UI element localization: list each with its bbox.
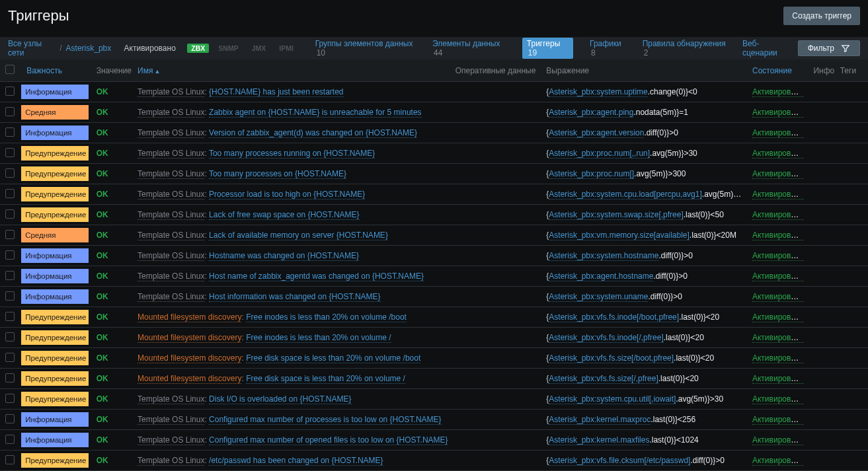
trigger-link[interactable]: Processor load is too high on {HOST.NAME…: [209, 190, 365, 199]
template-link[interactable]: Template OS Linux: [138, 231, 204, 240]
create-trigger-button[interactable]: Создать триггер: [783, 7, 860, 25]
template-link[interactable]: Template OS Linux: [138, 210, 204, 220]
expression-item-link[interactable]: Asterisk_pbx:vfs.fs.inode[/,pfree]: [549, 333, 663, 343]
expression-item-link[interactable]: Asterisk_pbx:agent.version: [549, 128, 644, 138]
state-link[interactable]: Активировано: [752, 190, 804, 199]
trigger-link[interactable]: Version of zabbix_agent(d) was changed o…: [209, 128, 417, 138]
template-link[interactable]: Template OS Linux: [138, 251, 204, 261]
state-link[interactable]: Активировано: [752, 169, 804, 179]
row-checkbox[interactable]: [5, 394, 15, 403]
filter-toggle-button[interactable]: Фильтр: [798, 40, 860, 56]
row-checkbox[interactable]: [5, 230, 15, 239]
trigger-link[interactable]: Too many processes on {HOST.NAME}: [209, 169, 346, 179]
expression-item-link[interactable]: Asterisk_pbx:vfs.fs.inode[/boot,pfree]: [549, 312, 679, 322]
state-link[interactable]: Активировано: [752, 374, 804, 384]
template-link[interactable]: Template OS Linux: [138, 108, 204, 118]
trigger-link[interactable]: Zabbix agent on {HOST.NAME} is unreachab…: [209, 108, 422, 118]
trigger-link[interactable]: Hostname was changed on {HOST.NAME}: [209, 251, 359, 261]
template-link[interactable]: Template OS Linux: [138, 435, 204, 445]
expression-item-link[interactable]: Asterisk_pbx:system.cpu.load[percpu,avg1…: [549, 190, 701, 199]
trigger-link[interactable]: {HOST.NAME} has just been restarted: [209, 87, 343, 97]
state-link[interactable]: Активировано: [752, 231, 804, 240]
trigger-link[interactable]: Free inodes is less than 20% on volume /…: [246, 312, 407, 322]
template-link[interactable]: Template OS Linux: [138, 272, 204, 281]
state-link[interactable]: Активировано: [752, 149, 804, 159]
interface-pill-zbx[interactable]: ZBX: [187, 44, 209, 53]
state-link[interactable]: Активировано: [752, 394, 804, 404]
trigger-link[interactable]: /etc/passwd has been changed on {HOST.NA…: [209, 456, 383, 466]
trigger-link[interactable]: Free disk space is less than 20% on volu…: [246, 374, 405, 384]
expression-item-link[interactable]: Asterisk_pbx:system.swap.size[,pfree]: [549, 210, 683, 220]
row-checkbox[interactable]: [5, 87, 15, 96]
state-link[interactable]: Активировано: [752, 353, 804, 363]
template-link[interactable]: Mounted filesystem discovery: [138, 353, 241, 363]
nav-graphs[interactable]: Графики 8: [590, 39, 626, 57]
trigger-link[interactable]: Too many processes running on {HOST.NAME…: [209, 149, 375, 159]
row-checkbox[interactable]: [5, 373, 15, 382]
state-link[interactable]: Активировано: [752, 87, 804, 97]
row-checkbox[interactable]: [5, 291, 15, 301]
row-checkbox[interactable]: [5, 250, 15, 260]
trigger-link[interactable]: Free inodes is less than 20% on volume /: [246, 333, 391, 343]
nav-items[interactable]: Элементы данных 44: [432, 39, 506, 57]
expression-item-link[interactable]: Asterisk_pbx:system.uname: [549, 292, 648, 302]
trigger-link[interactable]: Host information was changed on {HOST.NA…: [209, 292, 380, 302]
row-checkbox[interactable]: [5, 107, 15, 116]
row-checkbox[interactable]: [5, 312, 15, 321]
expression-item-link[interactable]: Asterisk_pbx:agent.ping: [549, 108, 633, 118]
state-link[interactable]: Активировано: [752, 108, 804, 118]
expression-item-link[interactable]: Asterisk_pbx:proc.num[,,run]: [549, 149, 650, 159]
col-state[interactable]: Состояние: [747, 59, 808, 82]
row-checkbox[interactable]: [5, 332, 15, 342]
expression-item-link[interactable]: Asterisk_pbx:system.cpu.util[,iowait]: [549, 394, 676, 404]
row-checkbox[interactable]: [5, 168, 15, 178]
template-link[interactable]: Template OS Linux: [138, 128, 204, 138]
nav-discovery[interactable]: Правила обнаружения 2: [643, 39, 727, 57]
template-link[interactable]: Mounted filesystem discovery: [138, 333, 241, 343]
template-link[interactable]: Template OS Linux: [138, 415, 204, 425]
state-link[interactable]: Активировано: [752, 210, 804, 220]
expression-item-link[interactable]: Asterisk_pbx:kernel.maxproc: [549, 415, 651, 425]
template-link[interactable]: Mounted filesystem discovery: [138, 312, 241, 322]
state-link[interactable]: Активировано: [752, 312, 804, 322]
trigger-link[interactable]: Lack of free swap space on {HOST.NAME}: [209, 210, 359, 220]
breadcrumb-host[interactable]: Asterisk_pbx: [66, 44, 112, 53]
expression-item-link[interactable]: Asterisk_pbx:system.uptime: [549, 87, 647, 97]
nav-triggers[interactable]: Триггеры 19: [522, 38, 573, 59]
template-link[interactable]: Template OS Linux: [138, 394, 204, 404]
expression-item-link[interactable]: Asterisk_pbx:vfs.fs.size[/,pfree]: [549, 374, 658, 384]
template-link[interactable]: Template OS Linux: [138, 149, 204, 159]
template-link[interactable]: Template OS Linux: [138, 190, 204, 199]
template-link[interactable]: Template OS Linux: [138, 292, 204, 302]
row-checkbox[interactable]: [5, 271, 15, 280]
state-link[interactable]: Активировано: [752, 435, 804, 445]
state-link[interactable]: Активировано: [752, 251, 804, 261]
state-link[interactable]: Активировано: [752, 456, 804, 466]
state-link[interactable]: Активировано: [752, 272, 804, 281]
nav-applications[interactable]: Группы элементов данных 10: [315, 39, 416, 57]
row-checkbox[interactable]: [5, 353, 15, 362]
expression-item-link[interactable]: Asterisk_pbx:vfs.file.cksum[/etc/passwd]: [549, 456, 690, 466]
template-link[interactable]: Template OS Linux: [138, 456, 204, 466]
row-checkbox[interactable]: [5, 455, 15, 464]
state-link[interactable]: Активировано: [752, 128, 804, 138]
trigger-link[interactable]: Free disk space is less than 20% on volu…: [246, 353, 420, 363]
trigger-link[interactable]: Disk I/O is overloaded on {HOST.NAME}: [209, 394, 351, 404]
expression-item-link[interactable]: Asterisk_pbx:agent.hostname: [549, 272, 653, 281]
trigger-link[interactable]: Lack of available memory on server {HOST…: [209, 231, 388, 240]
template-link[interactable]: Template OS Linux: [138, 87, 204, 97]
trigger-link[interactable]: Configured max number of processes is to…: [209, 415, 442, 425]
row-checkbox[interactable]: [5, 189, 15, 198]
expression-item-link[interactable]: Asterisk_pbx:vm.memory.size[available]: [549, 231, 690, 240]
row-checkbox[interactable]: [5, 209, 15, 219]
state-link[interactable]: Активировано: [752, 292, 804, 302]
breadcrumb-all-hosts[interactable]: Все узлы сети: [8, 39, 56, 57]
expression-item-link[interactable]: Asterisk_pbx:vfs.fs.size[/boot,pfree]: [549, 353, 674, 363]
row-checkbox[interactable]: [5, 148, 15, 157]
select-all-checkbox[interactable]: [5, 65, 15, 74]
row-checkbox[interactable]: [5, 127, 15, 137]
template-link[interactable]: Mounted filesystem discovery: [138, 374, 241, 384]
template-link[interactable]: Template OS Linux: [138, 169, 204, 179]
row-checkbox[interactable]: [5, 435, 15, 444]
col-severity[interactable]: Важность: [21, 59, 91, 82]
